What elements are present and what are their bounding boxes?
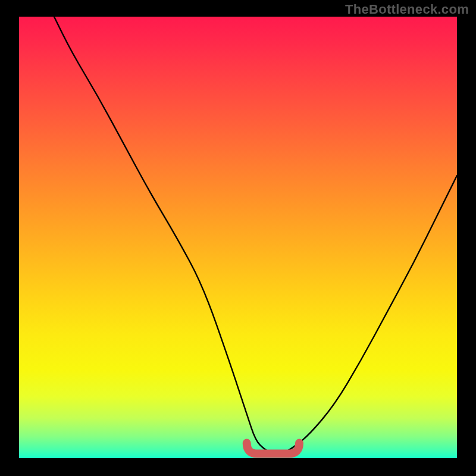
bottleneck-curve (54, 17, 457, 454)
watermark-text: TheBottleneck.com (345, 2, 469, 17)
plot-area (19, 17, 457, 458)
curve-svg (19, 17, 457, 458)
chart-frame: TheBottleneck.com (0, 0, 476, 476)
